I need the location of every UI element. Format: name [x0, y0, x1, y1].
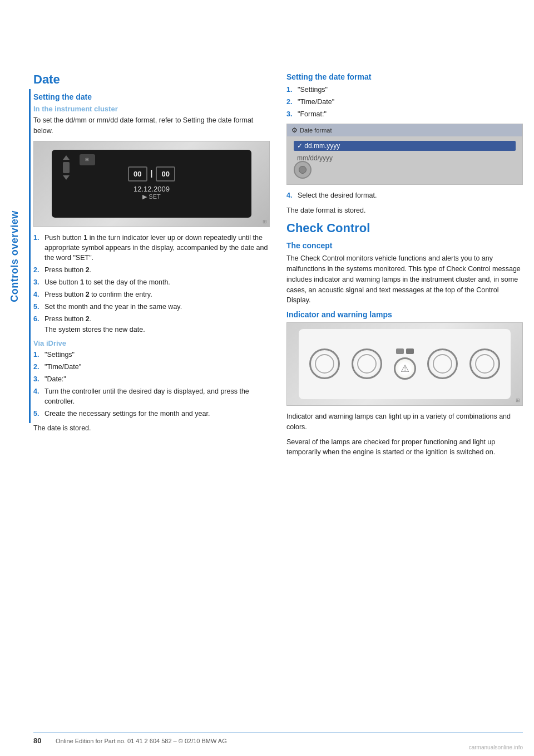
indicator-warning-title: Indicator and warning lamps [286, 310, 523, 319]
indicator-body-1: Indicator and warning lamps can light up… [286, 411, 523, 433]
list-item: 3. Use button 1 to set the day of the mo… [33, 277, 270, 287]
instrument-cluster-image: ⊞ 00 | 00 12.12.2009 ▶ SET ⊞ [33, 141, 270, 227]
date-stored-text: The date is stored. [33, 423, 270, 434]
left-column: Date Setting the date In the instrument … [33, 72, 270, 462]
gauge-warning-lamp: ⚠ [394, 357, 416, 380]
date-option-mmddyyyy: mm/dd/yyyy [294, 153, 516, 163]
format-step4-list: 4. Select the desired format. [286, 190, 523, 200]
image-number-1: ⊞ [263, 219, 267, 224]
cluster-hours: 00 [128, 166, 147, 181]
via-idrive-title: Via iDrive [33, 339, 270, 347]
gauge-cluster: ⚠ [299, 329, 511, 399]
list-item: 1. "Settings" [286, 85, 523, 95]
two-columns: Date Setting the date In the instrument … [33, 72, 523, 462]
instrument-cluster-body: To set the dd/mm or mm/dd date format, r… [33, 115, 270, 136]
date-format-header: ⚙ Date format [287, 124, 522, 136]
list-item: 5. Set the month and the year in the sam… [33, 302, 270, 312]
setting-the-date-title: Setting the date [33, 92, 270, 101]
in-instrument-cluster-title: In the instrument cluster [33, 105, 270, 113]
indicator-lamp-1 [396, 348, 404, 354]
cluster-time-display: 00 | 00 [128, 166, 175, 181]
sidebar-accent [29, 89, 31, 423]
footer: 80 Online Edition for Part no. 01 41 2 6… [33, 733, 523, 745]
cluster-steps-list: 1. Push button 1 in the turn indicator l… [33, 233, 270, 335]
list-item: 1. "Settings" [33, 350, 270, 360]
list-item: 4. Turn the controller until the desired… [33, 386, 270, 406]
list-item: 4. Select the desired format. [286, 190, 523, 200]
gauge-temp [469, 348, 500, 379]
gauge-tachometer [352, 348, 382, 379]
arrow-up-icon [63, 155, 70, 160]
cluster-display-area: ⊞ 00 | 00 12.12.2009 ▶ SET [52, 150, 252, 218]
indicator-body-2: Several of the lamps are checked for pro… [286, 437, 523, 458]
sidebar-label: Controls overview [0, 89, 29, 423]
list-item: 1. Push button 1 in the turn indicator l… [33, 233, 270, 263]
center-indicators: ⚠ [394, 348, 416, 380]
cluster-button [63, 162, 70, 173]
setting-date-format-title: Setting the date format [286, 72, 523, 81]
list-item: 2. "Time/Date" [33, 362, 270, 372]
gauge-fuel-inner [433, 354, 452, 374]
list-item: 4. Press button 2 to confirm the entry. [33, 289, 270, 300]
right-column: Setting the date format 1. "Settings" 2.… [286, 72, 523, 462]
warning-lamps-image: ⚠ ⊞ [286, 322, 523, 406]
gauge-fuel [427, 348, 458, 379]
date-format-stored-text: The date format is stored. [286, 205, 523, 216]
list-item: 3. "Date:" [33, 374, 270, 384]
cluster-colon: | [151, 166, 153, 181]
indicator-lamp-2 [406, 348, 414, 354]
cluster-minutes: 00 [156, 166, 175, 181]
arrow-down-icon [63, 175, 70, 180]
format-steps-list: 1. "Settings" 2. "Time/Date" 3. "Format:… [286, 85, 523, 119]
idrive-knob-center [299, 166, 306, 174]
gauge-tachometer-inner [357, 354, 377, 374]
list-item: 2. Press button 2. [33, 265, 270, 275]
idrive-steps-list: 1. "Settings" 2. "Time/Date" 3. "Date:" … [33, 350, 270, 419]
date-format-image: ⚙ Date format ✓ dd.mm.yyyy mm/dd/yyyy [286, 124, 523, 185]
main-content: Date Setting the date In the instrument … [33, 72, 523, 711]
settings-icon: ⚙ [291, 126, 298, 134]
warning-icon: ⚠ [400, 362, 409, 375]
check-control-title: Check Control [286, 221, 523, 235]
page-number: 80 [33, 737, 50, 745]
idrive-knob-icon [294, 161, 312, 179]
gauge-speedometer [309, 348, 340, 379]
gauge-temp-inner [475, 354, 495, 374]
list-item: 3. "Format:" [286, 109, 523, 119]
footer-text: Online Edition for Part no. 01 41 2 604 … [56, 738, 227, 744]
list-item: 5. Create the necessary settings for the… [33, 409, 270, 419]
cluster-date-text: 12.12.2009 [134, 185, 170, 193]
concept-title: The concept [286, 241, 523, 250]
date-option-ddmmyyyy: ✓ dd.mm.yyyy [294, 141, 516, 151]
cluster-arrows [63, 155, 70, 180]
indicator-row-1 [396, 348, 414, 354]
cluster-set-text: ▶ SET [142, 193, 160, 200]
gauge-speedometer-inner [315, 354, 334, 374]
cluster-icon: ⊞ [80, 154, 95, 165]
date-section-title: Date [33, 72, 270, 87]
concept-body: The Check Control monitors vehicle funct… [286, 253, 523, 306]
list-item: 2. "Time/Date" [286, 97, 523, 107]
watermark: carmanualsonline.info [469, 744, 523, 750]
image-number-2: ⊞ [516, 397, 520, 403]
list-item: 6. Press button 2.The system stores the … [33, 314, 270, 334]
date-format-body: ✓ dd.mm.yyyy mm/dd/yyyy [287, 136, 522, 168]
